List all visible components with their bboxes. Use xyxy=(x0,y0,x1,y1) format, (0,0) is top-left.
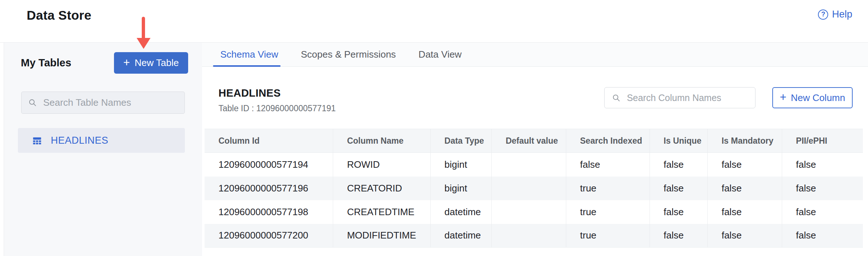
header-actions: + New Column xyxy=(604,87,853,108)
cell-pii-ephi: false xyxy=(782,177,863,200)
tab-schema-view[interactable]: Schema View xyxy=(220,43,278,66)
col-header-pii-ephi: PII/ePHI xyxy=(782,129,863,153)
new-table-button[interactable]: + New Table xyxy=(114,52,188,74)
cell-column-id: 12096000000577200 xyxy=(205,224,333,248)
table-row[interactable]: 12096000000577194 ROWID bigint false fal… xyxy=(205,153,863,177)
search-icon xyxy=(28,98,37,108)
col-header-data-type: Data Type xyxy=(430,129,492,153)
col-header-column-name: Column Name xyxy=(333,129,430,153)
cell-data-type: datetime xyxy=(430,224,492,248)
cell-is-mandatory: false xyxy=(708,224,782,248)
help-icon: ? xyxy=(818,9,828,20)
column-search-box xyxy=(604,87,755,108)
schema-table: Column Id Column Name Data Type Default … xyxy=(205,129,863,248)
main-panel: Schema View Scopes & Permissions Data Vi… xyxy=(202,43,868,256)
cell-data-type: bigint xyxy=(430,153,492,177)
cell-data-type: datetime xyxy=(430,200,492,224)
entity-block: HEADLINES Table ID : 12096000000577191 xyxy=(218,87,336,113)
cell-is-unique: false xyxy=(650,177,708,200)
cell-column-name: ROWID xyxy=(333,153,430,177)
cell-pii-ephi: false xyxy=(782,153,863,177)
cell-default-value xyxy=(492,200,566,224)
page-title: Data Store xyxy=(27,8,91,23)
cell-search-indexed: true xyxy=(566,224,650,248)
cell-column-name: MODIFIEDTIME xyxy=(333,224,430,248)
plus-icon: + xyxy=(780,92,787,103)
table-name-heading: HEADLINES xyxy=(218,87,336,99)
cell-pii-ephi: false xyxy=(782,224,863,248)
search-icon xyxy=(612,93,621,103)
tab-bar: Schema View Scopes & Permissions Data Vi… xyxy=(202,43,868,67)
table-search-box xyxy=(21,92,185,114)
help-label: Help xyxy=(832,9,852,20)
new-column-label: New Column xyxy=(791,92,845,104)
plus-icon: + xyxy=(123,57,130,68)
cell-default-value xyxy=(492,224,566,248)
help-button[interactable]: ? Help xyxy=(818,9,852,20)
cell-column-id: 12096000000577198 xyxy=(205,200,333,224)
cell-is-mandatory: false xyxy=(708,200,782,224)
col-header-column-id: Column Id xyxy=(205,129,333,153)
tab-scopes-permissions[interactable]: Scopes & Permissions xyxy=(301,43,396,66)
table-row[interactable]: 12096000000577198 CREATEDTIME datetime t… xyxy=(205,200,863,224)
table-id-text: Table ID : 12096000000577191 xyxy=(218,104,336,113)
content-header: HEADLINES Table ID : 12096000000577191 +… xyxy=(218,87,853,113)
table-search-input[interactable] xyxy=(42,97,178,109)
cell-data-type: bigint xyxy=(430,177,492,200)
table-row[interactable]: 12096000000577200 MODIFIEDTIME datetime … xyxy=(205,224,863,248)
column-search-input[interactable] xyxy=(626,92,748,104)
table-row[interactable]: 12096000000577196 CREATORID bigint true … xyxy=(205,177,863,200)
col-header-is-mandatory: Is Mandatory xyxy=(708,129,782,153)
table-grid-icon xyxy=(33,136,42,145)
col-header-search-indexed: Search Indexed xyxy=(566,129,650,153)
cell-is-mandatory: false xyxy=(708,153,782,177)
sidebar-item-label: HEADLINES xyxy=(51,135,108,146)
cell-default-value xyxy=(492,177,566,200)
cell-pii-ephi: false xyxy=(782,200,863,224)
cell-column-name: CREATEDTIME xyxy=(333,200,430,224)
cell-is-unique: false xyxy=(650,200,708,224)
col-header-is-unique: Is Unique xyxy=(650,129,708,153)
cell-search-indexed: true xyxy=(566,200,650,224)
sidebar: My Tables + New Table HEADLINES xyxy=(4,43,202,256)
data-store-page: Data Store ? Help My Tables + New Table xyxy=(0,0,868,256)
col-header-default-value: Default value xyxy=(492,129,566,153)
cell-column-id: 12096000000577194 xyxy=(205,153,333,177)
tab-data-view[interactable]: Data View xyxy=(419,43,462,66)
top-bar: Data Store ? Help xyxy=(0,0,868,43)
sidebar-item-headlines[interactable]: HEADLINES xyxy=(18,128,185,153)
schema-view-content: HEADLINES Table ID : 12096000000577191 +… xyxy=(202,67,868,256)
cell-column-name: CREATORID xyxy=(333,177,430,200)
cell-search-indexed: true xyxy=(566,177,650,200)
cell-search-indexed: false xyxy=(566,153,650,177)
cell-is-mandatory: false xyxy=(708,177,782,200)
sidebar-header: My Tables + New Table xyxy=(4,43,202,74)
new-table-label: New Table xyxy=(135,57,179,69)
table-header-row: Column Id Column Name Data Type Default … xyxy=(205,129,863,153)
cell-is-unique: false xyxy=(650,224,708,248)
cell-default-value xyxy=(492,153,566,177)
cell-column-id: 12096000000577196 xyxy=(205,177,333,200)
cell-is-unique: false xyxy=(650,153,708,177)
my-tables-heading: My Tables xyxy=(21,57,71,69)
new-column-button[interactable]: + New Column xyxy=(772,87,853,108)
